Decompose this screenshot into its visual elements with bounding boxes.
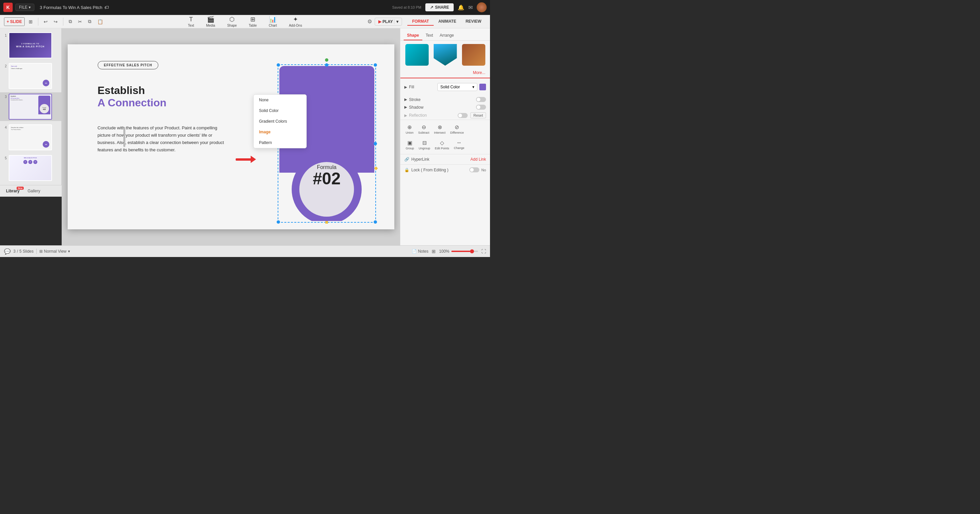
add-link-button[interactable]: Add Link	[470, 157, 486, 162]
slide-thumb-2[interactable]: 2 Start with Client's Challenges #01	[0, 62, 61, 90]
right-panel: Shape Text Arrange More... ▶ Fill	[400, 28, 490, 245]
view-chevron-icon: ▾	[68, 249, 70, 254]
share-button[interactable]: ↗ SHARE	[425, 3, 453, 11]
tab-text[interactable]: Text	[422, 31, 436, 40]
settings-icon[interactable]: ⚙	[368, 18, 372, 25]
slides-bottom-tabs: Library New Gallery	[0, 185, 62, 197]
play-dropdown-icon[interactable]: ▾	[394, 19, 398, 24]
shape-icon: ⬡	[229, 16, 235, 23]
slide-thumb-5[interactable]: 5 WIN A SALES PITCH #01 #02 #03	[0, 154, 61, 182]
change-button[interactable]: ↔ Change	[452, 138, 467, 151]
subtract-button[interactable]: ⊖ Subtract	[416, 123, 432, 136]
new-badge: New	[17, 187, 23, 190]
headline-establish: Establish	[98, 84, 231, 97]
stroke-section: ▶ Stroke	[400, 95, 490, 103]
tab-shape[interactable]: Shape	[404, 31, 422, 40]
reflection-toggle[interactable]	[458, 113, 468, 118]
layout-button[interactable]: ⊞	[27, 18, 35, 25]
document-title: 3 Formulas To Win A Sales Pitch 🏷	[40, 5, 109, 10]
group-ops-row: ▣ Group ⊟ Ungroup ◇ Edit Points ↔ Change	[400, 137, 490, 154]
fill-color-swatch[interactable]	[479, 84, 486, 90]
zoom-thumb[interactable]	[470, 249, 474, 253]
handle-side-yellow[interactable]	[374, 166, 378, 170]
rotation-handle[interactable]	[325, 58, 328, 62]
addons-tool[interactable]: ✦ Add-Ons	[286, 15, 305, 28]
clone-button[interactable]: ⧉	[67, 18, 74, 25]
table-icon: ⊞	[250, 16, 255, 23]
slide-counter: 3 / 5 Slides	[13, 249, 33, 254]
tab-arrange[interactable]: Arrange	[436, 31, 457, 40]
media-icon: 🎬	[207, 16, 214, 23]
redo-button[interactable]: ↪	[52, 18, 60, 25]
play-triangle-icon: ▶	[378, 19, 381, 24]
paste-button[interactable]: 📋	[95, 18, 105, 25]
fill-option-solid[interactable]: Solid Color	[254, 105, 306, 116]
fullscreen-icon[interactable]: ⛶	[481, 249, 486, 254]
panel-resize-handle[interactable]	[123, 127, 125, 147]
group-button[interactable]: ▣ Group	[404, 138, 416, 151]
shadow-toggle[interactable]	[476, 105, 486, 110]
table-tool[interactable]: ⊞ Table	[246, 15, 259, 28]
addons-icon: ✦	[293, 16, 298, 23]
slide-thumb-3[interactable]: 3 Establish A Connection Conclude with t…	[0, 92, 61, 121]
chat-icon[interactable]: 💬	[4, 248, 11, 255]
lock-toggle-button[interactable]	[469, 167, 479, 172]
stroke-toggle[interactable]	[476, 97, 486, 102]
ungroup-button[interactable]: ⊟ Ungroup	[417, 138, 432, 151]
fit-icon[interactable]: ⊞	[432, 249, 436, 254]
bottom-bar: 💬 3 / 5 Slides ⊞ Normal View ▾ 📄 Notes ⊞…	[0, 245, 490, 257]
notification-icon[interactable]: 🔔	[458, 4, 465, 11]
shape-thumb-teal[interactable]	[404, 44, 430, 66]
slide-body-text: Conclude with the features of your Produ…	[98, 124, 231, 154]
tab-format[interactable]: FORMAT	[407, 18, 433, 25]
shape-tool[interactable]: ⬡ Shape	[224, 15, 239, 28]
fill-option-pattern[interactable]: Pattern	[254, 137, 306, 148]
view-mode-button[interactable]: ⊞ Normal View ▾	[39, 249, 70, 254]
reflection-label: Reflection	[409, 113, 427, 118]
scissors-button[interactable]: ✂	[76, 18, 84, 25]
doc-star-icon[interactable]: 🏷	[104, 5, 109, 10]
slide-preview-3: Establish A Connection Conclude with the…	[9, 94, 52, 120]
shape-thumb-wood[interactable]	[460, 44, 487, 66]
gallery-tab[interactable]: Gallery	[24, 187, 44, 195]
fill-label: Fill	[409, 85, 414, 89]
fill-option-gradient[interactable]: Gradient Colors	[254, 116, 306, 127]
zoom-percent: 100%	[439, 249, 449, 254]
difference-button[interactable]: ⊘ Difference	[448, 123, 466, 136]
mail-icon[interactable]: ✉	[468, 4, 473, 11]
library-tab[interactable]: Library New	[3, 187, 23, 195]
user-avatar[interactable]	[477, 2, 487, 12]
chart-tool[interactable]: 📊 Chart	[266, 15, 279, 28]
fill-option-image[interactable]: Image	[254, 127, 306, 137]
shape-thumb-shield[interactable]	[432, 44, 458, 66]
reset-button[interactable]: Reset	[470, 112, 486, 118]
tab-review[interactable]: REVIEW	[461, 18, 486, 25]
fill-option-none[interactable]: None	[254, 95, 306, 105]
edit-points-button[interactable]: ◇ Edit Points	[433, 138, 451, 151]
shape-sub-tabs: Shape Text Arrange	[400, 31, 490, 41]
fill-type-select[interactable]: Solid Color ▾	[438, 83, 477, 91]
file-menu-button[interactable]: FILE ▾	[15, 4, 34, 11]
notes-button[interactable]: 📄 Notes	[412, 249, 428, 254]
handle-bc-yellow[interactable]	[325, 221, 328, 224]
zoom-slider[interactable]	[451, 251, 478, 252]
slide-preview-2: Start with Client's Challenges #01	[9, 63, 52, 89]
stroke-label: Stroke	[409, 97, 421, 102]
slide-thumb-4[interactable]: 4 Describe the solution Your Product Sol…	[0, 123, 61, 152]
chart-icon: 📊	[269, 16, 276, 23]
toolbar-right: ⚙ ▶ PLAY ▾ FORMAT ANIMATE REVIEW	[368, 18, 486, 25]
app-icon: K	[3, 3, 13, 12]
slide-thumb-1[interactable]: 1 3 FORMULAS TOWIN A SALES PITCH	[0, 31, 61, 60]
text-tool[interactable]: T Text	[185, 15, 197, 28]
tab-animate[interactable]: ANIMATE	[434, 18, 461, 25]
undo-button[interactable]: ↩	[42, 18, 50, 25]
media-tool[interactable]: 🎬 Media	[203, 15, 218, 28]
add-slide-button[interactable]: + SLIDE	[4, 18, 25, 26]
intersect-button[interactable]: ⊗ Intersect	[432, 123, 448, 136]
canvas-area: EFFECTIVE SALES PITCH Establish A Connec…	[62, 28, 400, 245]
play-button[interactable]: ▶ PLAY ▾	[375, 18, 402, 25]
arrow-head	[251, 156, 256, 163]
union-button[interactable]: ⊕ Union	[404, 123, 416, 136]
more-styles-link[interactable]: More...	[472, 69, 487, 76]
copy-button[interactable]: ⧉	[86, 18, 93, 25]
